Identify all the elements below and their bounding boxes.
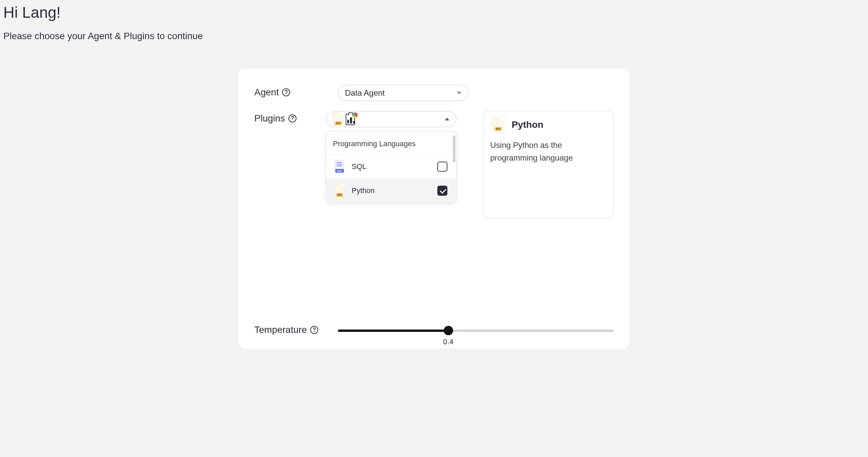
slider-thumb[interactable] — [444, 326, 453, 335]
dropdown-group-header: Programming Languages — [326, 131, 456, 155]
agent-row: Agent ? Data Agent — [254, 85, 614, 101]
plugin-detail-card: PY Python Using Python as the programmin… — [483, 111, 614, 218]
agent-select-value: Data Agent — [345, 88, 385, 98]
temperature-help-icon[interactable]: ? — [310, 326, 318, 334]
python-file-icon: PY — [333, 112, 344, 126]
plugins-row: Plugins ? PY — [254, 111, 614, 218]
temperature-slider[interactable]: 0.4 — [338, 328, 614, 332]
plugin-detail-icon-box: PY — [490, 117, 506, 133]
scrollbar[interactable] — [453, 135, 456, 162]
agent-select[interactable]: Data Agent — [338, 85, 468, 101]
plugins-help-icon[interactable]: ? — [288, 115, 297, 123]
config-card: Agent ? Data Agent Plugins ? PY — [238, 68, 630, 349]
plugin-option-sql-checkbox[interactable] — [437, 162, 447, 172]
plugin-option-sql[interactable]: SQL SQL — [326, 155, 456, 178]
plugins-dropdown: Programming Languages SQL SQL — [326, 131, 457, 203]
report-analytics-icon — [346, 113, 356, 125]
python-file-icon: PY — [493, 118, 504, 131]
plugin-detail-title: Python — [512, 120, 544, 130]
plugins-select[interactable]: PY — [326, 111, 457, 127]
python-file-icon: PY — [334, 184, 345, 197]
sql-file-icon: SQL — [334, 160, 345, 173]
temperature-row: Temperature ? 0.4 — [254, 325, 614, 335]
plugin-option-label: Python — [352, 186, 375, 195]
chevron-down-icon — [457, 92, 461, 94]
greeting-heading: Hi Lang! — [3, 3, 865, 22]
plugin-option-python-checkbox[interactable] — [437, 186, 447, 196]
chevron-up-icon — [445, 118, 450, 121]
agent-help-icon[interactable]: ? — [282, 88, 290, 96]
plugin-detail-description: Using Python as the programming language — [490, 139, 607, 165]
agent-label: Agent — [254, 87, 279, 98]
temperature-label: Temperature — [254, 325, 307, 335]
plugin-option-python[interactable]: PY Python — [326, 178, 456, 203]
plugins-label: Plugins — [254, 113, 285, 124]
subtitle-text: Please choose your Agent & Plugins to co… — [3, 31, 865, 41]
slider-fill — [338, 330, 448, 332]
plugin-option-label: SQL — [352, 162, 366, 171]
temperature-value: 0.4 — [443, 337, 454, 346]
